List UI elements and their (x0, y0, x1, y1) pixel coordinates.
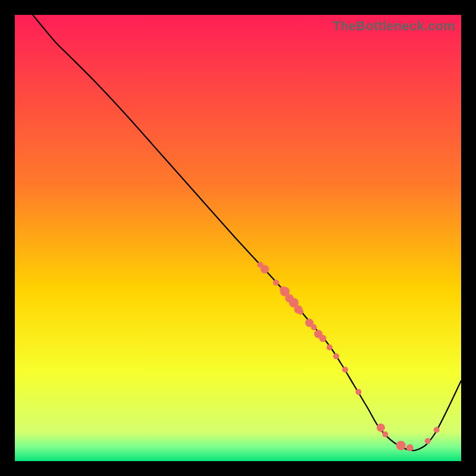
marker-dot (298, 309, 303, 315)
watermark-label: TheBottleneck.com (333, 18, 455, 34)
marker-dot (311, 324, 317, 330)
marker-dot (383, 431, 389, 437)
marker-dot (261, 265, 269, 274)
marker-dot (342, 367, 348, 372)
marker-dot (320, 335, 327, 342)
marker-dot (377, 424, 385, 432)
marker-dot (273, 280, 279, 286)
marker-dot (356, 389, 362, 395)
gradient-background (15, 15, 461, 461)
marker-dot (406, 444, 414, 452)
marker-dot (327, 345, 333, 350)
marker-dot (396, 441, 406, 450)
chart-frame: TheBottleneck.com (15, 15, 461, 461)
bottleneck-chart (15, 15, 461, 461)
marker-dot (333, 353, 339, 359)
marker-dot (434, 427, 440, 433)
marker-dot (425, 438, 431, 444)
